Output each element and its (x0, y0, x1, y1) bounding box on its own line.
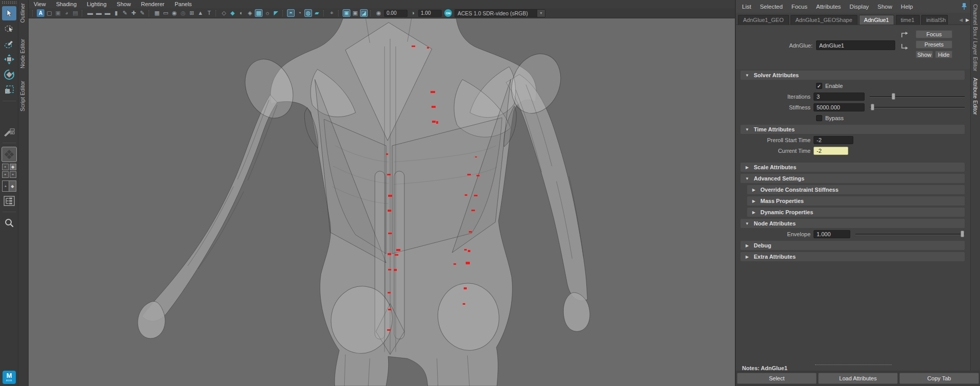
ae-tab-initialsh[interactable]: initialSh (921, 15, 948, 25)
hide-button[interactable]: Hide (935, 51, 952, 58)
move-tool-icon[interactable] (2, 52, 16, 66)
ae-menu-attributes[interactable]: Attributes (816, 4, 841, 10)
shaded-cube-icon[interactable]: ◆ (229, 9, 236, 17)
glue-marker[interactable] (476, 175, 480, 176)
textured-cube-icon[interactable]: ◈ (246, 9, 254, 17)
menu-shading[interactable]: Shading (56, 1, 77, 7)
safe-title-icon[interactable]: T (205, 9, 213, 17)
layers-icon[interactable]: ▣ (54, 9, 62, 17)
bookmark-icon[interactable]: ▮ (112, 9, 120, 17)
ae-menu-show[interactable]: Show (877, 4, 892, 10)
image-plane-icon[interactable]: ✎ (121, 9, 129, 17)
wireframe-cube-icon[interactable]: ◇ (220, 9, 228, 17)
gamma-field[interactable]: 1.00 (418, 10, 442, 17)
ae-menu-selected[interactable]: Selected (760, 4, 783, 10)
glue-marker[interactable] (474, 195, 477, 196)
glue-marker[interactable] (436, 121, 438, 124)
glue-marker[interactable] (396, 249, 400, 251)
default-material-icon[interactable]: ◐ (237, 9, 245, 17)
tab-node-editor[interactable]: Node Editor (19, 39, 26, 69)
glue-marker[interactable] (464, 287, 467, 289)
glue-marker[interactable] (431, 91, 435, 93)
safe-action-icon[interactable]: ▲ (197, 9, 204, 17)
layout-outliner-persp-icon[interactable]: +◆ (2, 180, 16, 192)
envelope-slider[interactable] (855, 231, 965, 238)
glue-marker[interactable] (394, 269, 397, 271)
enable-checkbox[interactable]: ✓ (816, 83, 822, 89)
glue-marker[interactable] (395, 254, 398, 256)
ae-menu-list[interactable]: List (742, 4, 751, 10)
section-time-attributes[interactable]: ▼ Time Attributes (740, 125, 965, 134)
glue-marker[interactable] (387, 174, 391, 175)
glue-marker[interactable] (386, 153, 388, 155)
glue-marker[interactable] (464, 249, 467, 251)
glue-marker[interactable] (388, 233, 392, 234)
glue-marker[interactable] (468, 250, 470, 252)
ae-tab-time1[interactable]: time1 (896, 15, 920, 25)
grid-icon[interactable]: ▦ (153, 9, 161, 17)
ae-tab-adnglue1[interactable]: AdnGlue1 (859, 15, 894, 25)
glue-marker[interactable] (427, 47, 429, 49)
show-button[interactable]: Show (916, 51, 933, 58)
stacked-planes-icon[interactable]: ▤ (71, 9, 79, 17)
tab-scroll-right-icon[interactable]: ▶ (966, 17, 969, 22)
glue-marker[interactable] (388, 253, 391, 255)
current-time-field[interactable] (814, 147, 848, 155)
stiffness-slider[interactable] (870, 104, 965, 111)
focus-button[interactable]: Focus (916, 30, 952, 38)
scale-tool-icon[interactable] (2, 83, 16, 97)
viewport-3d-canvas[interactable] (29, 18, 735, 386)
film-gate-icon[interactable]: ▭ (162, 9, 170, 17)
section-solver-attributes[interactable]: ▼ Solver Attributes (740, 71, 965, 80)
lasso-select-tool-icon[interactable] (2, 21, 16, 36)
pie-icon[interactable]: ◕ (63, 9, 70, 17)
section-override-constraint-stiffness[interactable]: ▶ Override Constraint Stiffness (747, 185, 965, 194)
camera-lock-icon[interactable]: ▬ (95, 9, 103, 17)
notes-section[interactable]: Notes: AdnGlue1 (736, 363, 970, 371)
layout-three-pane-icon[interactable]: + (10, 171, 16, 178)
load-attributes-button[interactable]: Load Attributes (818, 373, 898, 384)
swap-input-icon[interactable] (900, 31, 909, 40)
glue-marker[interactable] (471, 210, 475, 211)
xray-icon[interactable]: ▣ (343, 9, 350, 17)
toolbox-grip[interactable] (2, 1, 17, 4)
sphere-light-icon[interactable]: ◔ (296, 9, 303, 17)
glue-marker[interactable] (432, 121, 436, 123)
dome-light-icon[interactable]: ◓ (287, 9, 295, 17)
glue-marker[interactable] (475, 156, 477, 157)
layout-four-pane-icon[interactable]: + (2, 164, 9, 170)
outliner-panel-icon[interactable] (2, 194, 16, 208)
gamma-icon[interactable]: ◑ (409, 9, 417, 17)
glue-marker[interactable] (387, 329, 391, 331)
isolate-select-icon[interactable]: ◪ (360, 9, 368, 17)
copy-tab-button[interactable]: Copy Tab (899, 373, 979, 384)
envelope-field[interactable] (814, 230, 850, 238)
ae-menu-display[interactable]: Display (850, 4, 869, 10)
tab-outliner[interactable]: Outliner (19, 3, 26, 23)
select-tool-icon[interactable] (2, 6, 16, 20)
tab-attribute-editor[interactable]: Attribute Editor (972, 78, 978, 115)
tab-scroll-left-icon[interactable]: ◀ (959, 17, 963, 22)
teal-squares-icon[interactable]: ▰ (313, 9, 321, 17)
section-extra-attributes[interactable]: ▶ Extra Attributes (740, 252, 965, 261)
paint-select-tool-icon[interactable] (2, 37, 16, 51)
glue-marker[interactable] (412, 46, 415, 47)
ae-menu-focus[interactable]: Focus (792, 4, 807, 10)
pin-icon[interactable] (960, 2, 968, 11)
select-button[interactable]: Select (737, 373, 817, 384)
xray-joints-icon[interactable]: ▣ (351, 9, 359, 17)
menu-show[interactable]: Show (117, 1, 131, 7)
section-scale-attributes[interactable]: ▶ Scale Attributes (740, 163, 965, 172)
color-management-on-icon[interactable]: ON (444, 9, 452, 17)
camera-attributes-icon[interactable]: ▬ (104, 9, 111, 17)
menu-view[interactable]: View (34, 1, 46, 7)
glue-marker[interactable] (453, 263, 456, 265)
dashed-cursor-icon[interactable]: ⌖ (328, 9, 336, 17)
preroll-start-time-field[interactable] (814, 136, 853, 144)
swap-output-icon[interactable] (900, 42, 909, 51)
checker-icon[interactable]: ▩ (255, 9, 262, 17)
glue-marker[interactable] (388, 292, 391, 293)
glue-marker[interactable] (388, 195, 392, 197)
stiffness-field[interactable] (814, 103, 865, 111)
lighting-icon[interactable]: ☼ (264, 9, 271, 17)
